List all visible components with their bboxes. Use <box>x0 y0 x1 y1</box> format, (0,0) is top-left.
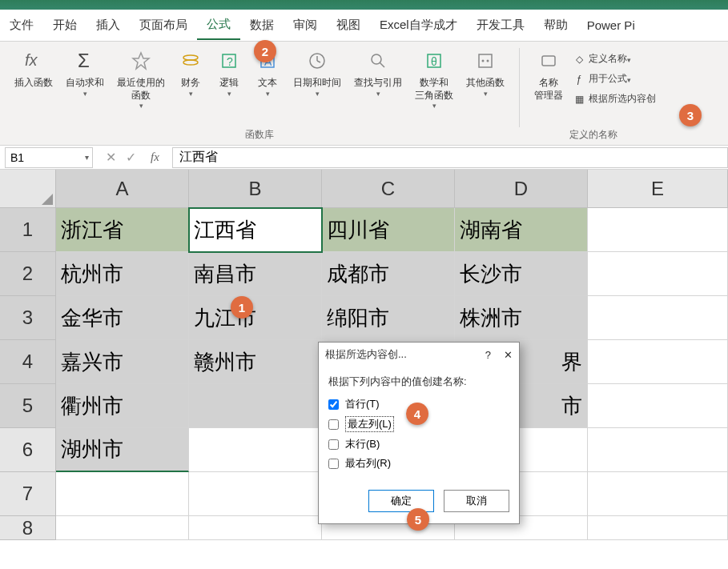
dialog-close-button[interactable]: ✕ <box>504 349 513 361</box>
theta-icon: θ <box>421 48 447 74</box>
row-header-3[interactable]: 3 <box>0 296 56 340</box>
checkbox-left-col[interactable] <box>328 419 339 430</box>
fx-icon[interactable]: fx <box>146 150 164 164</box>
cell-E1[interactable] <box>588 208 728 252</box>
insert-function-button[interactable]: fx 插入函数 <box>8 45 59 93</box>
checkbox-top-row[interactable] <box>328 399 339 410</box>
checkbox-right-col[interactable] <box>328 459 339 469</box>
math-label: 数学和 三角函数 <box>415 77 453 111</box>
menu-powerpi[interactable]: Power Pi <box>577 12 645 38</box>
cell-B7[interactable] <box>189 472 322 516</box>
create-from-selection-button[interactable]: ▦ 根据所选内容创 <box>569 90 659 108</box>
col-header-A[interactable]: A <box>56 170 189 208</box>
financial-button[interactable]: 财务 <box>171 45 210 102</box>
cell-E7[interactable] <box>588 472 728 516</box>
callout-4: 4 <box>406 403 428 425</box>
cell-D3[interactable]: 株洲市 <box>455 296 588 340</box>
menu-data[interactable]: 数据 <box>240 11 284 39</box>
row-2: 2 杭州市 南昌市 成都市 长沙市 <box>0 252 728 296</box>
svg-marker-2 <box>133 53 149 69</box>
cell-A5[interactable]: 衢州市 <box>56 384 189 428</box>
svg-text:fx: fx <box>25 51 38 69</box>
menu-page-layout[interactable]: 页面布局 <box>130 11 197 39</box>
option-bottom-row[interactable]: 末行(B) <box>328 437 509 451</box>
name-manager-button[interactable]: 名称 管理器 <box>528 45 569 105</box>
menu-help[interactable]: 帮助 <box>534 11 577 39</box>
cell-B3[interactable]: 九江市 <box>189 296 322 340</box>
ok-button[interactable]: 确定 <box>368 490 434 512</box>
cell-E4[interactable] <box>588 340 728 384</box>
svg-line-13 <box>380 62 384 67</box>
menu-file[interactable]: 文件 <box>0 11 43 39</box>
cell-B4[interactable]: 赣州市 <box>189 340 322 384</box>
fx-small-icon: ƒ <box>573 73 585 86</box>
cell-A6[interactable]: 湖州市 <box>56 428 189 472</box>
search-icon <box>365 48 391 74</box>
menu-home[interactable]: 开始 <box>43 11 86 39</box>
cell-A8[interactable] <box>56 516 189 540</box>
recent-functions-button[interactable]: 最近使用的 函数 <box>111 45 171 114</box>
cell-A1[interactable]: 浙江省 <box>56 208 189 252</box>
row-header-4[interactable]: 4 <box>0 340 56 384</box>
col-header-D[interactable]: D <box>455 170 588 208</box>
row-header-1[interactable]: 1 <box>0 208 56 252</box>
autosum-button[interactable]: Σ 自动求和 <box>59 45 111 102</box>
cell-E2[interactable] <box>588 252 728 296</box>
grid-small-icon: ▦ <box>573 93 585 106</box>
option-right-col[interactable]: 最右列(R) <box>328 456 509 471</box>
cell-A3[interactable]: 金华市 <box>56 296 189 340</box>
cell-B5[interactable] <box>189 384 322 428</box>
fx-confirm-icon[interactable]: ✓ <box>126 150 136 165</box>
cell-B2[interactable]: 南昌市 <box>189 252 322 296</box>
col-header-E[interactable]: E <box>588 170 728 208</box>
cancel-button[interactable]: 取消 <box>444 490 509 512</box>
cell-A4[interactable]: 嘉兴市 <box>56 340 189 384</box>
dialog-help-button[interactable]: ? <box>485 349 491 361</box>
cell-B1[interactable]: 江西省 <box>189 208 322 252</box>
menu-view[interactable]: 视图 <box>327 11 370 39</box>
row-header-5[interactable]: 5 <box>0 384 56 428</box>
menu-formulas[interactable]: 公式 <box>197 10 240 40</box>
cell-B8[interactable] <box>189 516 322 540</box>
select-all-corner[interactable] <box>0 170 56 208</box>
col-header-B[interactable]: B <box>189 170 322 208</box>
menu-custom[interactable]: Excel自学成才 <box>370 11 467 39</box>
cell-B6[interactable] <box>189 428 322 472</box>
sigma-icon: Σ <box>72 48 98 74</box>
menu-developer[interactable]: 开发工具 <box>467 11 534 39</box>
svg-point-4 <box>183 60 198 65</box>
math-button[interactable]: θ 数学和 三角函数 <box>408 45 460 114</box>
cell-D2[interactable]: 长沙市 <box>455 252 588 296</box>
formula-input[interactable] <box>172 147 728 168</box>
use-in-formula-button[interactable]: ƒ 用于公式 <box>569 70 659 88</box>
lookup-label: 查找与引用 <box>354 77 402 98</box>
cell-C1[interactable]: 四川省 <box>322 208 455 252</box>
datetime-button[interactable]: 日期和时间 <box>287 45 348 102</box>
cell-E6[interactable] <box>588 428 728 472</box>
cell-A7[interactable] <box>56 472 189 516</box>
row-header-2[interactable]: 2 <box>0 252 56 296</box>
cell-E8[interactable] <box>588 516 728 540</box>
dialog-title-text: 根据所选内容创... <box>325 347 407 362</box>
row-header-8[interactable]: 8 <box>0 516 56 540</box>
menu-insert[interactable]: 插入 <box>86 11 130 39</box>
cell-E3[interactable] <box>588 296 728 340</box>
cell-D1[interactable]: 湖南省 <box>455 208 588 252</box>
cell-A2[interactable]: 杭州市 <box>56 252 189 296</box>
fx-cancel-icon[interactable]: ✕ <box>106 150 116 165</box>
define-name-button[interactable]: ◇ 定义名称 <box>569 50 659 68</box>
col-header-C[interactable]: C <box>322 170 455 208</box>
dialog-titlebar[interactable]: 根据所选内容创... ? ✕ <box>319 343 519 367</box>
row-header-6[interactable]: 6 <box>0 428 56 472</box>
cell-C3[interactable]: 绵阳市 <box>322 296 455 340</box>
name-box[interactable]: B1 <box>5 147 93 168</box>
more-functions-button[interactable]: 其他函数 <box>460 45 511 102</box>
cell-E5[interactable] <box>588 384 728 428</box>
row-header-7[interactable]: 7 <box>0 472 56 516</box>
menu-review[interactable]: 审阅 <box>284 11 327 39</box>
label-top-row: 首行(T) <box>345 397 380 411</box>
logical-button[interactable]: ? 逻辑 <box>210 45 248 102</box>
lookup-button[interactable]: 查找与引用 <box>348 45 408 102</box>
cell-C2[interactable]: 成都市 <box>322 252 455 296</box>
checkbox-bottom-row[interactable] <box>328 439 339 450</box>
